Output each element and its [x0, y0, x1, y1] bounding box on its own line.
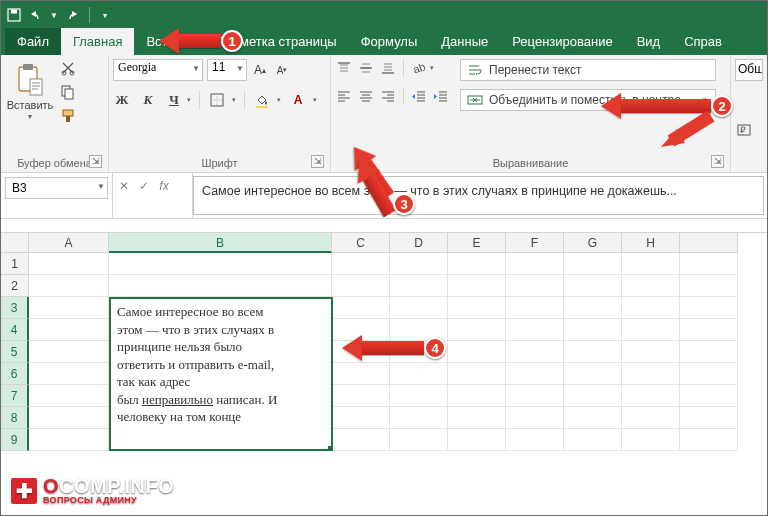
fill-handle[interactable] — [328, 446, 333, 451]
col-header[interactable]: G — [564, 233, 622, 253]
tab-data[interactable]: Данные — [429, 28, 500, 55]
chevron-down-icon[interactable]: ▾ — [313, 96, 317, 104]
cut-icon[interactable] — [59, 59, 77, 77]
cell[interactable] — [506, 429, 564, 451]
col-header[interactable]: H — [622, 233, 680, 253]
cell[interactable] — [109, 275, 332, 297]
cell[interactable] — [680, 407, 738, 429]
cell[interactable] — [622, 407, 680, 429]
fx-icon[interactable]: fx — [155, 177, 173, 195]
cell[interactable] — [506, 385, 564, 407]
cell[interactable] — [332, 253, 390, 275]
number-format-combo[interactable]: Общ — [735, 59, 763, 81]
cell[interactable] — [622, 319, 680, 341]
cell[interactable] — [448, 253, 506, 275]
col-header[interactable] — [680, 233, 738, 253]
cell[interactable] — [29, 363, 109, 385]
cell[interactable] — [29, 407, 109, 429]
orientation-icon[interactable]: ab — [410, 59, 428, 77]
align-bottom-icon[interactable] — [379, 59, 397, 77]
cell[interactable] — [506, 407, 564, 429]
tab-view[interactable]: Вид — [625, 28, 673, 55]
cell[interactable] — [390, 363, 448, 385]
tab-help[interactable]: Справ — [672, 28, 734, 55]
cell[interactable] — [448, 297, 506, 319]
cell[interactable] — [29, 319, 109, 341]
chevron-down-icon[interactable]: ▾ — [187, 96, 191, 104]
cell[interactable] — [506, 275, 564, 297]
cell[interactable] — [564, 319, 622, 341]
customize-qat-icon[interactable]: ▾ — [98, 8, 112, 22]
cell[interactable] — [332, 319, 390, 341]
cell[interactable] — [390, 297, 448, 319]
copy-icon[interactable] — [59, 83, 77, 101]
row-header[interactable]: 1 — [1, 253, 29, 275]
tab-formulas[interactable]: Формулы — [349, 28, 430, 55]
dialog-launcher-icon[interactable]: ⇲ — [89, 155, 102, 168]
cell[interactable] — [29, 297, 109, 319]
undo-icon[interactable] — [27, 8, 41, 22]
tab-file[interactable]: Файл — [5, 28, 61, 55]
align-top-icon[interactable] — [335, 59, 353, 77]
cell[interactable] — [506, 341, 564, 363]
chevron-down-icon[interactable]: ▼ — [27, 113, 34, 120]
cell[interactable] — [506, 253, 564, 275]
cell[interactable] — [564, 385, 622, 407]
col-header[interactable]: A — [29, 233, 109, 253]
select-all-corner[interactable] — [1, 233, 29, 253]
cell[interactable] — [506, 297, 564, 319]
cell[interactable] — [622, 341, 680, 363]
borders-icon[interactable] — [208, 91, 226, 109]
tab-page-layout[interactable]: Разметка страницы — [207, 28, 349, 55]
merge-center-button[interactable]: Объединить и поместить в центре ▼ — [460, 89, 716, 111]
cell[interactable] — [390, 319, 448, 341]
dialog-launcher-icon[interactable]: ⇲ — [311, 155, 324, 168]
cell[interactable] — [332, 363, 390, 385]
cell[interactable] — [622, 385, 680, 407]
decrease-font-icon[interactable]: A▾ — [273, 61, 291, 79]
cell[interactable] — [448, 429, 506, 451]
fill-color-icon[interactable] — [253, 91, 271, 109]
row-header[interactable]: 2 — [1, 275, 29, 297]
col-header[interactable]: C — [332, 233, 390, 253]
merged-cell-b3-b9[interactable]: Самое интересное во всем этом — что в эт… — [109, 297, 333, 451]
font-size-combo[interactable]: 11▼ — [207, 59, 247, 81]
cell[interactable] — [564, 275, 622, 297]
cell[interactable] — [564, 429, 622, 451]
cell[interactable] — [109, 253, 332, 275]
cell[interactable] — [622, 253, 680, 275]
cell[interactable] — [622, 297, 680, 319]
tab-insert[interactable]: Вставка — [134, 28, 206, 55]
cell[interactable] — [332, 341, 390, 363]
row-header[interactable]: 9 — [1, 429, 29, 451]
cell[interactable] — [29, 253, 109, 275]
cell[interactable] — [564, 253, 622, 275]
cell[interactable] — [448, 275, 506, 297]
accounting-format-icon[interactable]: ₽ — [735, 121, 753, 139]
cell[interactable] — [622, 275, 680, 297]
cell[interactable] — [390, 385, 448, 407]
name-box[interactable]: B3 ▼ — [5, 177, 108, 199]
chevron-down-icon[interactable]: ▾ — [430, 64, 434, 72]
tab-review[interactable]: Рецензирование — [500, 28, 624, 55]
underline-icon[interactable]: Ч — [165, 91, 183, 109]
cell[interactable] — [622, 363, 680, 385]
cell[interactable] — [680, 429, 738, 451]
cell[interactable] — [622, 429, 680, 451]
cell[interactable] — [332, 407, 390, 429]
cell[interactable] — [390, 341, 448, 363]
save-icon[interactable] — [7, 8, 21, 22]
cell[interactable] — [448, 341, 506, 363]
cell[interactable] — [680, 253, 738, 275]
row-header[interactable]: 3 — [1, 297, 29, 319]
cell[interactable] — [680, 363, 738, 385]
col-header[interactable]: D — [390, 233, 448, 253]
cell[interactable] — [506, 319, 564, 341]
cell[interactable] — [390, 253, 448, 275]
cell[interactable] — [680, 319, 738, 341]
align-left-icon[interactable] — [335, 87, 353, 105]
wrap-text-button[interactable]: Перенести текст — [460, 59, 716, 81]
redo-icon[interactable] — [67, 8, 81, 22]
row-header[interactable]: 4 — [1, 319, 29, 341]
worksheet[interactable]: A B C D E F G H 1 2 3 4 5 6 7 8 9 — [1, 233, 767, 451]
